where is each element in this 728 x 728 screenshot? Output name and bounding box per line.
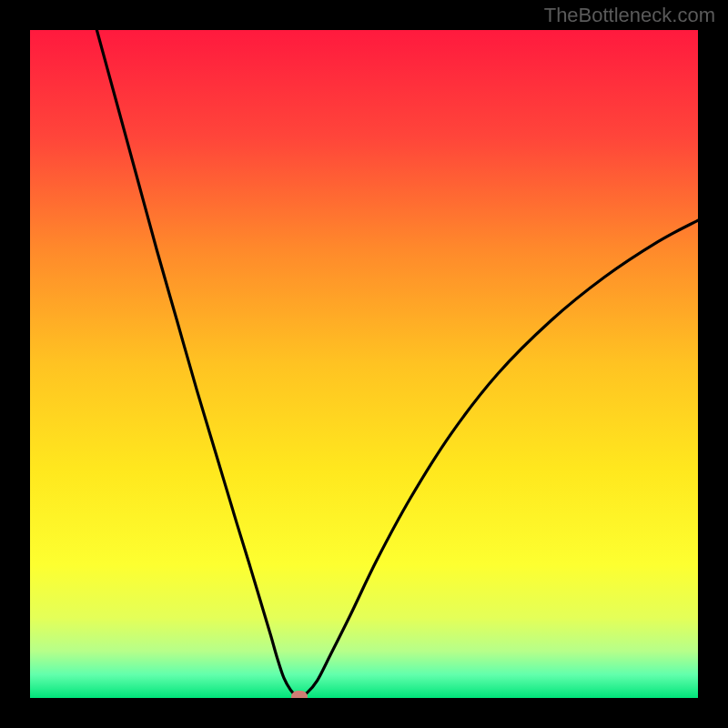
- chart-background: [30, 30, 698, 698]
- plot-area: [30, 30, 698, 698]
- bottleneck-chart: [30, 30, 698, 698]
- optimal-point-marker: [291, 691, 308, 698]
- watermark-text: TheBottleneck.com: [544, 4, 715, 27]
